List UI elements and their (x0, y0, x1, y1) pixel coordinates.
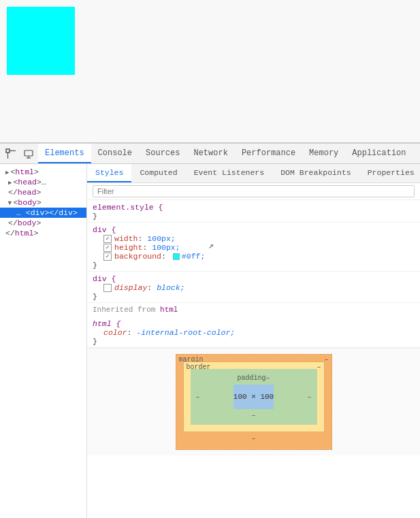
svg-rect-0 (6, 149, 10, 152)
padding-right-value: – (307, 393, 311, 401)
css-prop-color[interactable]: color (103, 328, 127, 337)
padding-label: padding– (196, 374, 312, 382)
sub-tab-computed[interactable]: Computed (131, 164, 185, 182)
tab-sources[interactable]: Sources (139, 144, 187, 163)
browser-preview (0, 0, 420, 143)
sub-tab-dom-breakpoints[interactable]: DOM Breakpoints (272, 164, 359, 182)
css-selector-div: div { (93, 225, 116, 234)
margin-bottom-value: – (183, 435, 325, 442)
tab-network[interactable]: Network (187, 144, 234, 163)
box-content: 100 × 100 (233, 385, 274, 409)
tab-performance[interactable]: Performance (235, 144, 302, 163)
inherited-tag: html (160, 306, 178, 314)
sub-tab-properties[interactable]: Properties (359, 164, 420, 182)
dom-head[interactable]: ▶<head>… (0, 177, 86, 187)
main-tabs-bar: Elements Console Sources Network Perform… (0, 144, 420, 164)
css-selector-element-style: element.style { (93, 203, 163, 212)
box-content-row: – 100 × 100 – (196, 385, 312, 409)
dom-html-open[interactable]: ▶<html> (0, 167, 86, 177)
checkbox-height[interactable]: ✓ (103, 244, 112, 252)
css-line-height: ✓ height : 100px; (93, 243, 415, 252)
devtools-panel: Elements Console Sources Network Perform… (0, 143, 420, 518)
checkbox-width[interactable]: ✓ (103, 235, 112, 243)
styles-content: element.style { } div { ✓ width : (87, 200, 420, 518)
tab-application[interactable]: Application (345, 144, 413, 163)
inspect-icon[interactable] (3, 146, 19, 162)
svg-rect-3 (25, 150, 33, 156)
css-value-color[interactable]: -internal-root-color; (136, 328, 235, 337)
margin-value-top-right: – (324, 356, 328, 363)
filter-bar (87, 183, 420, 200)
css-rule-html: html { color : -internal-root-color; } (87, 317, 420, 348)
rendered-cyan-box (7, 7, 75, 75)
filter-input[interactable] (93, 185, 415, 197)
css-value-background[interactable]: #0ff; (182, 252, 206, 261)
sub-tabs-bar: Styles Computed Event Listeners DOM Brea… (87, 164, 420, 183)
css-rule-div-display: div { display : block; } (87, 272, 420, 303)
box-padding: padding– – 100 × 100 – (191, 369, 317, 425)
css-line-display: display : block; (93, 283, 415, 292)
css-value-height[interactable]: 100px; (152, 243, 180, 252)
css-line-width: ✓ width : 100px; (93, 234, 415, 243)
css-line-color: color : -internal-root-color; (93, 328, 415, 337)
color-swatch-background[interactable] (173, 253, 180, 260)
box-size: 100 × 100 (233, 393, 274, 401)
dom-tree-panel: ▶<html> ▶<head>… </head> ▶<body> … <div>… (0, 164, 87, 518)
tab-elements[interactable]: Elements (38, 144, 91, 163)
css-selector-div2: div { (93, 274, 116, 283)
sub-tab-styles[interactable]: Styles (87, 164, 131, 182)
tab-memory[interactable]: Memory (302, 144, 345, 163)
box-margin: margin – border – padding– (176, 354, 332, 450)
css-prop-height[interactable]: height (114, 243, 142, 252)
padding-left-value: – (196, 393, 200, 401)
sub-tab-event-listeners[interactable]: Event Listeners (186, 164, 273, 182)
dom-body[interactable]: ▶<body> (0, 197, 86, 208)
padding-bottom-value: – (196, 412, 312, 419)
css-line-background: ✓ background : #0ff; (93, 252, 415, 261)
box-model-diagram: margin – border – padding– (176, 354, 332, 450)
dom-html-close[interactable]: </html> (0, 228, 86, 238)
css-prop-background[interactable]: background (114, 252, 161, 261)
css-rule-div-main: div { ✓ width : 100px; ✓ height : 10 (87, 223, 420, 272)
dom-div-selected[interactable]: … <div></div> (0, 208, 86, 218)
box-model-area: margin – border – padding– (87, 348, 420, 455)
css-rule-element-style: element.style { } (87, 200, 420, 223)
css-prop-width[interactable]: width (114, 234, 138, 243)
inherited-label: Inherited from html (87, 303, 420, 317)
css-prop-display[interactable]: display (114, 283, 147, 292)
device-icon[interactable] (20, 146, 37, 162)
checkbox-display[interactable] (103, 284, 112, 292)
dom-body-close[interactable]: </body> (0, 218, 86, 228)
right-styles-panel: Styles Computed Event Listeners DOM Brea… (87, 164, 420, 518)
devtools-body: ▶<html> ▶<head>… </head> ▶<body> … <div>… (0, 164, 420, 518)
checkbox-background[interactable]: ✓ (103, 253, 112, 261)
dom-head-close[interactable]: </head> (0, 187, 86, 197)
css-selector-html: html { (93, 319, 120, 328)
css-value-width[interactable]: 100px; (147, 234, 175, 243)
cursor-arrow: ↗ (208, 240, 214, 251)
css-value-display[interactable]: block; (157, 283, 184, 292)
box-border: border – padding– – (183, 361, 325, 432)
tab-console[interactable]: Console (91, 144, 139, 163)
border-value: – (317, 363, 321, 371)
